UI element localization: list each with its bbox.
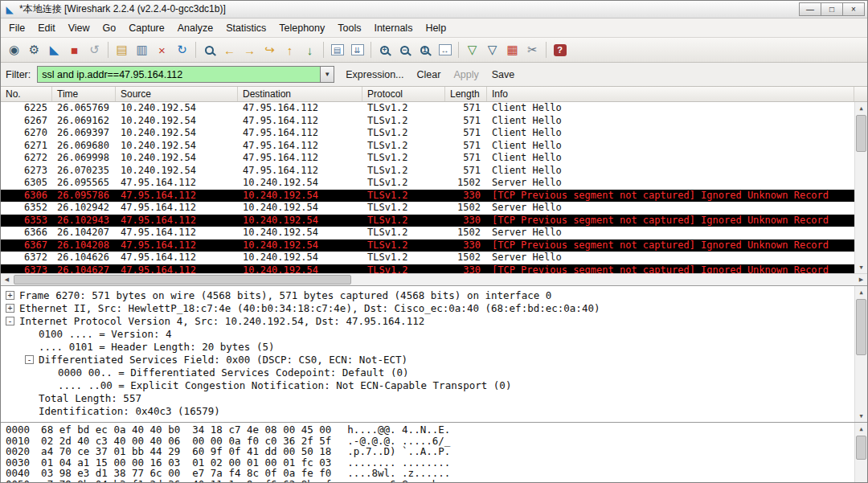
preferences-icon[interactable]: ✂ (522, 40, 542, 59)
hex-line[interactable]: 0020a4 70 ce 37 01 bb 44 29 60 9f 0f 41 … (1, 446, 867, 457)
menu-tools[interactable]: Tools (331, 19, 367, 37)
go-back-icon[interactable]: ← (219, 40, 240, 59)
scroll-right-icon[interactable]: ▶ (855, 274, 867, 285)
expand-icon[interactable]: + (6, 291, 14, 300)
packet-row-6366[interactable]: 636626.10420747.95.164.11210.240.192.54T… (1, 227, 867, 239)
menu-go[interactable]: Go (96, 19, 123, 37)
detail-line[interactable]: 0100 .... = Version: 4 (1, 327, 867, 340)
column-header-length[interactable]: Length (445, 87, 487, 101)
menu-analyze[interactable]: Analyze (171, 19, 219, 37)
scroll-up-icon[interactable]: ▲ (855, 102, 867, 114)
colorize-packet-list-icon[interactable]: ▤ (327, 40, 347, 59)
zoom-normal-icon[interactable]: 1 (415, 40, 435, 59)
hex-line[interactable]: 0050a7 79 8b 04 b3 f1 2d 36 40 11 1e 9a … (1, 479, 867, 483)
packet-row-6372[interactable]: 637226.10462647.95.164.11210.240.192.54T… (1, 252, 867, 264)
hex-line[interactable]: 001002 2d 40 c3 40 00 40 06 00 00 0a f0 … (1, 436, 867, 447)
packet-row-6273[interactable]: 627326.07023510.240.192.5447.95.164.112T… (1, 165, 867, 178)
packet-row-6267[interactable]: 626726.06916210.240.192.5447.95.164.112T… (1, 115, 867, 128)
help-icon[interactable]: ? (550, 40, 570, 59)
maximize-button[interactable]: □ (821, 2, 843, 16)
bytes-vscrollbar[interactable]: ▲ (854, 423, 867, 482)
capture-options-icon[interactable]: ⚙ (24, 40, 44, 59)
hex-line[interactable]: 000068 ef bd ec 0a 40 40 b0 34 18 c7 4e … (1, 424, 867, 436)
packet-row-6271[interactable]: 627126.06968010.240.192.5447.95.164.112T… (1, 140, 867, 153)
filter-clear-button[interactable]: Clear (411, 67, 448, 83)
go-forward-icon[interactable]: → (240, 40, 260, 59)
packet-row-6353[interactable]: 635326.10294347.95.164.11210.240.192.54T… (1, 215, 867, 227)
scroll-down-icon[interactable]: ▼ (855, 261, 867, 273)
detail-line[interactable]: Identification: 0x40c3 (16579) (1, 404, 867, 417)
details-vscrollbar[interactable]: ▲ ▼ (854, 286, 867, 422)
collapse-icon[interactable]: - (6, 317, 14, 325)
display-filters-icon[interactable]: ▽ (482, 40, 502, 59)
auto-scroll-icon[interactable]: ⇊ (347, 40, 367, 59)
capture-filters-icon[interactable]: ▽ (462, 40, 482, 59)
find-packet-icon[interactable] (199, 40, 219, 59)
packet-row-6306[interactable]: 630626.09578647.95.164.11210.240.192.54T… (1, 190, 867, 203)
vscroll-thumb[interactable] (856, 115, 866, 152)
stop-capture-icon[interactable]: ■ (64, 40, 84, 59)
packet-row-6305[interactable]: 630526.09556547.95.164.11210.240.192.54T… (1, 177, 867, 190)
open-capture-file-icon[interactable]: ▤ (112, 40, 132, 59)
hex-line[interactable]: 004003 98 e3 d1 38 77 6c 00 e7 7a f4 8c … (1, 468, 867, 479)
vscroll-thumb[interactable] (856, 299, 866, 355)
menu-telephony[interactable]: Telephony (272, 19, 331, 37)
detail-line[interactable]: -Internet Protocol Version 4, Src: 10.24… (1, 314, 867, 327)
close-button[interactable]: × (842, 2, 865, 16)
go-to-bottom-icon[interactable]: ↓ (300, 40, 320, 59)
filter-apply-button[interactable]: Apply (447, 67, 485, 83)
filter-input[interactable] (37, 66, 320, 83)
detail-line[interactable]: -Differentiated Services Field: 0x00 (DS… (1, 353, 867, 366)
detail-line[interactable]: +Frame 6270: 571 bytes on wire (4568 bit… (1, 289, 867, 301)
menu-file[interactable]: File (2, 19, 31, 37)
list-interfaces-icon[interactable]: ◉ (4, 40, 24, 59)
detail-line[interactable]: 0000 00.. = Differentiated Services Code… (1, 366, 867, 379)
close-capture-file-icon[interactable]: × (152, 40, 172, 59)
menu-statistics[interactable]: Statistics (219, 19, 272, 37)
scroll-down-icon[interactable]: ▼ (855, 410, 867, 422)
menu-internals[interactable]: Internals (367, 19, 419, 37)
resize-columns-icon[interactable]: ↔ (435, 40, 455, 59)
minimize-button[interactable]: — (799, 2, 821, 16)
vscroll-thumb[interactable] (856, 436, 866, 460)
packet-row-6373[interactable]: 637326.10462747.95.164.11210.240.192.54T… (1, 264, 867, 274)
save-capture-file-icon[interactable]: ▥ (132, 40, 152, 59)
packet-list-vscrollbar[interactable]: ▲ ▼ (854, 102, 867, 273)
hscroll-thumb[interactable] (14, 275, 351, 284)
title-bar[interactable]: ◣ *本地连接 [Wireshark 2.2.4 (v2.2.4-0-gcc3d… (1, 1, 867, 18)
zoom-in-icon[interactable]: + (375, 40, 395, 59)
scroll-up-icon[interactable]: ▲ (855, 423, 867, 435)
filter-dropdown-button[interactable]: ▼ (320, 66, 334, 83)
column-header-time[interactable]: Time (52, 87, 116, 101)
column-header-info[interactable]: Info (487, 87, 854, 101)
detail-line[interactable]: +Ethernet II, Src: HewlettP_18:c7:4e (40… (1, 301, 867, 314)
column-header-destination[interactable]: Destination (238, 87, 362, 101)
packet-row-6367[interactable]: 636726.10420847.95.164.11210.240.192.54T… (1, 239, 867, 252)
menu-edit[interactable]: Edit (31, 19, 62, 37)
detail-line[interactable]: .... ..00 = Explicit Congestion Notifica… (1, 379, 867, 391)
packet-row-6225[interactable]: 622526.06576910.240.192.5447.95.164.112T… (1, 102, 867, 115)
hex-line[interactable]: 003001 04 a1 15 00 00 16 03 01 02 00 01 … (1, 457, 867, 469)
scroll-left-icon[interactable]: ◀ (1, 274, 13, 285)
packet-row-6352[interactable]: 635226.10294247.95.164.11210.240.192.54T… (1, 202, 867, 215)
filter-save-button[interactable]: Save (485, 67, 522, 83)
expand-icon[interactable]: + (6, 304, 14, 313)
zoom-out-icon[interactable]: − (395, 40, 415, 59)
collapse-icon[interactable]: - (25, 355, 34, 364)
go-to-packet-icon[interactable]: ↪ (260, 40, 280, 59)
go-to-top-icon[interactable]: ↑ (280, 40, 300, 59)
coloring-rules-icon[interactable]: ▦ (502, 40, 522, 59)
restart-capture-icon[interactable]: ↺ (84, 40, 104, 59)
packet-row-6270[interactable]: 627026.06939710.240.192.5447.95.164.112T… (1, 127, 867, 140)
menu-view[interactable]: View (62, 19, 96, 37)
detail-line[interactable]: .... 0101 = Header Length: 20 bytes (5) (1, 340, 867, 353)
packet-list-hscrollbar[interactable]: ◀ ▶ (1, 273, 867, 285)
detail-line[interactable]: Total Length: 557 (1, 391, 867, 404)
column-header-source[interactable]: Source (116, 87, 238, 101)
packet-row-6272[interactable]: 627226.06999810.240.192.5447.95.164.112T… (1, 152, 867, 165)
reload-capture-file-icon[interactable]: ↻ (172, 40, 192, 59)
start-capture-icon[interactable]: ◣ (44, 40, 64, 59)
menu-capture[interactable]: Capture (122, 19, 170, 37)
menu-help[interactable]: Help (419, 19, 452, 37)
filter-expression-button[interactable]: Expression... (339, 67, 410, 83)
